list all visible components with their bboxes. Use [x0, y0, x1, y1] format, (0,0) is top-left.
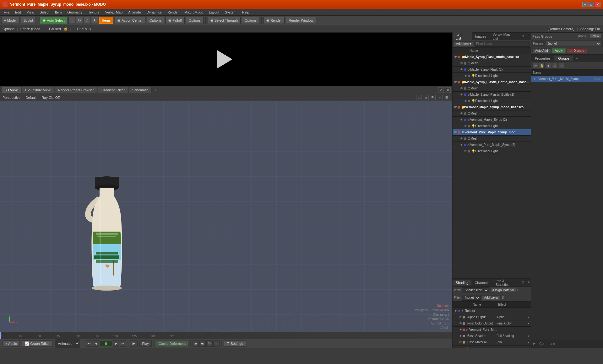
shader-base-shader[interactable]: 👁 Base Shader Full Shading ▾	[453, 333, 531, 339]
menu-maxtomodo[interactable]: MaxToModo	[182, 10, 206, 15]
add-layer-btn[interactable]: Add Layer	[482, 295, 501, 300]
frame-field[interactable]	[100, 340, 112, 347]
rotate-btn[interactable]: ↻	[76, 17, 83, 24]
animated-dropdown[interactable]: Animated	[55, 339, 80, 348]
shader-library[interactable]: 👁 ✓ Library	[453, 345, 531, 348]
item-vermont-pure-scene[interactable]: 👁 ▼ Vermont_Pure_Maple_Syrup_mod...	[453, 129, 531, 136]
vp-ctrl-5[interactable]: ☰	[444, 95, 449, 100]
item-dir-light-1[interactable]: 👁 💡 Directional Light	[453, 73, 531, 79]
menu-item[interactable]: Item	[52, 10, 64, 15]
shader-alpha-output[interactable]: 👁 Alpha Output Alpha ▾	[453, 314, 531, 320]
play-button-large[interactable]	[217, 50, 236, 69]
select-through-btn[interactable]: ◉ Select Through	[208, 17, 241, 24]
item-list-content[interactable]: 👁 📁 Maple_Syrup_Flask_modo_base.lxo 👁 ⬡ …	[453, 54, 531, 278]
menu-system[interactable]: System	[222, 10, 239, 15]
close-button[interactable]: ✕	[595, 2, 600, 7]
menu-geometry[interactable]: Geometry	[65, 10, 85, 15]
begin-btn[interactable]: ⏮	[193, 340, 199, 347]
groups-check-btn[interactable]: ✓	[552, 63, 558, 69]
groups-lock-btn[interactable]: 🔒	[539, 63, 545, 69]
new-pass-btn[interactable]: New	[590, 34, 602, 39]
add-item-dropdown[interactable]: Add Item ▾	[454, 41, 473, 46]
timeline[interactable]: 0 25 50 75 100 125 150 175 200 225	[0, 332, 452, 339]
assign-material-btn[interactable]: Assign Material	[490, 288, 516, 292]
bounce-btn[interactable]: ⇌	[213, 340, 220, 347]
filter-dropdown[interactable]: (none)	[462, 295, 481, 301]
cache-deformers-btn[interactable]: Cache Deformers	[156, 340, 188, 347]
item-dir-light-4[interactable]: 👁 💡 Directional Light	[453, 148, 531, 154]
vp-ctrl-2[interactable]: ⊞	[423, 95, 429, 100]
vp-ctrl-1[interactable]: ⚙	[416, 95, 422, 100]
tab-shading[interactable]: Shading	[453, 280, 471, 286]
play-btn[interactable]: Play	[139, 340, 152, 347]
auto-add-btn[interactable]: Auto Add	[532, 48, 551, 53]
item-mesh-1[interactable]: 👁 ⬡ Mesh	[453, 60, 531, 67]
step-fwd-btn[interactable]: ▶	[113, 340, 119, 347]
item-maple-flask-grp[interactable]: 👁 ▷ Maple_Syrup_Flask (2)	[453, 67, 531, 73]
menu-view[interactable]: View	[24, 10, 37, 15]
passes-dropdown[interactable]: (none)	[545, 41, 601, 46]
item-plastic-bottle-grp[interactable]: 👁 ▷ Maple_Syrup_Plastic_Bottle (2)	[453, 92, 531, 98]
graph-editor-btn[interactable]: 📈 Graph Editor	[22, 340, 52, 347]
add-view-tab-btn[interactable]: +	[152, 87, 158, 93]
groups-render-btn[interactable]: ■	[546, 63, 551, 69]
settings-btn[interactable]: ⚙ Settings	[224, 340, 246, 347]
discard-btn[interactable]: ✕ Discard	[567, 48, 587, 53]
render-btn[interactable]: ◉ Render	[263, 17, 285, 24]
menu-layout[interactable]: Layout	[206, 10, 222, 15]
item-vermont-maple-scene[interactable]: 👁 📁 Vermont_Maple_Syrup_modo_base.lxo	[453, 104, 531, 110]
item-plastic-bottle-scene[interactable]: 👁 📁 Maple_Syrup_Plastic_Bottle_modo_base…	[453, 79, 531, 85]
tab-uv-texture[interactable]: UV Texture View	[22, 87, 54, 93]
vp-ctrl-3[interactable]: 🔍	[430, 95, 436, 100]
filter-items-input[interactable]	[475, 41, 530, 47]
scale-btn[interactable]: ⤢	[84, 17, 90, 24]
menu-texture[interactable]: Texture	[86, 10, 102, 15]
step-back-btn[interactable]: ◀	[93, 340, 99, 347]
shader-vermont-material[interactable]: 👁 ▷ Vermont_Pure_Maple_Syru...	[453, 327, 531, 333]
shader-tree-dropdown[interactable]: Shader Tree	[462, 287, 489, 293]
item-mesh-2[interactable]: 👁 ⬡ Mesh	[453, 85, 531, 92]
tab-properties[interactable]: Properties	[531, 56, 554, 61]
end-btn[interactable]: ⏭	[199, 340, 206, 347]
prev-keyframe-btn[interactable]: ⏮	[86, 340, 92, 347]
item-dir-light-2[interactable]: 👁 💡 Directional Light	[453, 98, 531, 104]
panel-settings-icon[interactable]: ⚙	[519, 34, 526, 38]
items-btn[interactable]: Items	[99, 17, 113, 24]
options3-btn[interactable]: Options	[242, 17, 259, 24]
tab-channels[interactable]: Channels	[471, 280, 492, 286]
auto-select-btn[interactable]: ◉ Auto Select	[40, 17, 67, 24]
tab-vertex-map-list[interactable]: Vertex Map List	[489, 32, 519, 41]
maximize-button[interactable]: □	[589, 2, 594, 7]
apply-btn[interactable]: Apply	[552, 48, 566, 53]
transform-btn[interactable]: ✦	[91, 17, 98, 24]
shader-content[interactable]: 👁 ▼ Render 👁 Alpha Output Alpha ▾ 👁	[453, 308, 531, 348]
menu-help[interactable]: Help	[240, 10, 252, 15]
item-vermont-pure-grp[interactable]: 👁 ▷ Vermont_Pure_Maple_Syrup (2)	[453, 142, 531, 148]
options2-btn[interactable]: Options	[186, 17, 204, 24]
shader-final-color[interactable]: 👁 Final Color Output Final Color ▾	[453, 320, 531, 327]
tab-groups[interactable]: Groups	[554, 56, 573, 61]
tab-schematic[interactable]: Schematic	[129, 87, 152, 93]
audio-btn[interactable]: ♪ Audio	[3, 340, 20, 347]
groups-content[interactable]: 👁 Vermont_Pure_Maple_Syrup... 10 Items	[531, 76, 603, 207]
menu-dynamics[interactable]: Dynamics	[144, 10, 164, 15]
loop-btn[interactable]: ↻	[206, 340, 213, 347]
item-dir-light-3[interactable]: 👁 💡 Directional Light	[453, 123, 531, 129]
group-vermont-pure[interactable]: 👁 Vermont_Pure_Maple_Syrup... 10 Items	[531, 76, 603, 82]
menu-vertex-map[interactable]: Vertex Map	[103, 10, 125, 15]
add-groups-tab-btn[interactable]: +	[574, 56, 579, 61]
move-btn[interactable]: ↕	[68, 17, 75, 24]
vp-ctrl-4[interactable]: ⤢	[437, 95, 443, 100]
item-vermont-maple-grp[interactable]: 👁 ▷ Vermont_Maple_Syrup (2)	[453, 117, 531, 123]
menu-animate[interactable]: Animate	[126, 10, 143, 15]
shader-render[interactable]: 👁 ▼ Render	[453, 308, 531, 314]
falloff-btn[interactable]: ◉ Falloff	[166, 17, 185, 24]
groups-expand-btn[interactable]: ⤢	[559, 63, 564, 69]
item-maple-flask-scene[interactable]: 👁 📁 Maple_Syrup_Flask_modo_base.lxo	[453, 54, 531, 60]
tab-3d-view[interactable]: 3D View	[1, 87, 21, 93]
tab-images[interactable]: Images	[472, 34, 489, 39]
minimize-button[interactable]: ─	[582, 2, 588, 7]
action-center-btn[interactable]: ◉ Action Center	[115, 17, 145, 24]
shader-base-material[interactable]: 👁 Base Material (all) ▾	[453, 339, 531, 345]
options-label[interactable]: Options	[3, 27, 14, 31]
